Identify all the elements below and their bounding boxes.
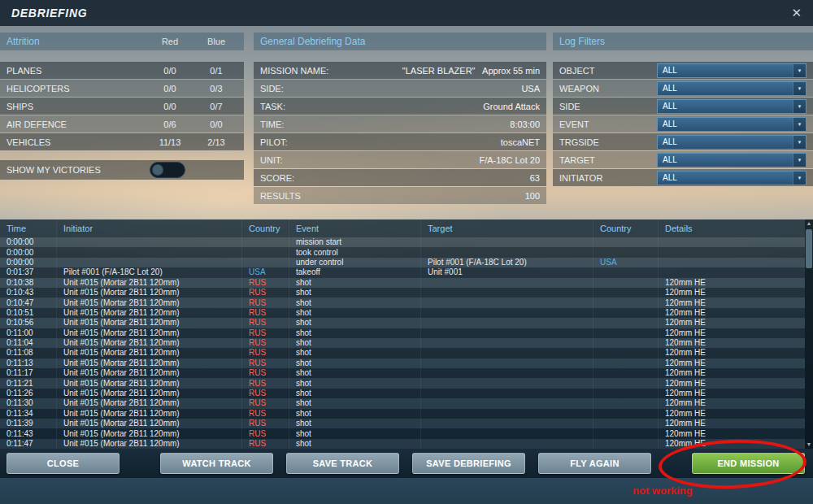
close-button[interactable]: CLOSE xyxy=(7,453,120,474)
log-row[interactable]: 0:11:30 Unit #015 (Mortar 2B11 120mm) RU… xyxy=(0,398,805,408)
chevron-down-icon: ▼ xyxy=(793,118,806,131)
log-cell-details: 120mm HE xyxy=(659,439,805,449)
save-track-button[interactable]: SAVE TRACK xyxy=(286,453,399,474)
scroll-up-icon[interactable]: ▲ xyxy=(806,219,812,228)
log-cell-target: Pilot #001 (F/A-18C Lot 20) xyxy=(421,258,593,267)
attrition-blue-value: 0/7 xyxy=(195,102,237,111)
general-data-panel: General Debriefing Data MISSION NAME: "L… xyxy=(254,33,546,205)
log-cell-initiator: Unit #015 (Mortar 2B11 120mm) xyxy=(57,308,242,318)
close-icon[interactable]: ✕ xyxy=(791,6,802,20)
log-cell-time: 0:11:47 xyxy=(0,439,57,449)
log-row[interactable]: 0:00:00 took control xyxy=(0,247,805,257)
scrollbar-thumb[interactable] xyxy=(806,229,812,268)
log-row[interactable]: 0:11:00 Unit #015 (Mortar 2B11 120mm) RU… xyxy=(0,328,805,338)
log-row[interactable]: 0:10:43 Unit #015 (Mortar 2B11 120mm) RU… xyxy=(0,288,805,298)
log-cell-initiator: Unit #015 (Mortar 2B11 120mm) xyxy=(57,348,242,358)
save-debriefing-button[interactable]: SAVE DEBRIEFING xyxy=(412,453,525,474)
general-row-label: TASK: xyxy=(260,102,483,111)
log-row[interactable]: 0:11:08 Unit #015 (Mortar 2B11 120mm) RU… xyxy=(0,348,805,358)
filter-dropdown[interactable]: ALL ▼ xyxy=(657,171,806,185)
attrition-row-label: HELICOPTERS xyxy=(7,84,145,93)
general-row-value: 100 xyxy=(525,191,540,201)
attrition-red-value: 0/6 xyxy=(145,119,195,129)
log-cell-initiator: Unit #015 (Mortar 2B11 120mm) xyxy=(57,298,242,307)
log-cell-country: RUS xyxy=(242,298,289,307)
filter-dropdown[interactable]: ALL ▼ xyxy=(657,63,806,78)
log-cell-time: 0:11:21 xyxy=(0,378,57,388)
log-row[interactable]: 0:00:00 mission start xyxy=(0,237,805,247)
log-cell-country: RUS xyxy=(242,378,289,388)
log-row[interactable]: 0:10:47 Unit #015 (Mortar 2B11 120mm) RU… xyxy=(0,298,805,307)
log-cell-country2 xyxy=(593,267,659,277)
watch-track-button[interactable]: WATCH TRACK xyxy=(160,453,273,474)
log-filter-row: TRGSIDE ALL ▼ xyxy=(553,133,813,150)
log-cell-country2 xyxy=(593,348,659,358)
attrition-row: AIR DEFENCE 0/6 0/0 xyxy=(0,115,244,133)
log-cell-details: 120mm HE xyxy=(659,419,805,428)
log-cell-details: 120mm HE xyxy=(659,389,805,398)
log-cell-time: 0:10:47 xyxy=(0,298,57,307)
log-cell-details: 120mm HE xyxy=(659,298,805,307)
attrition-row: SHIPS 0/0 0/7 xyxy=(0,98,244,115)
log-row[interactable]: 0:10:51 Unit #015 (Mortar 2B11 120mm) RU… xyxy=(0,308,805,318)
general-data-row: PILOT: toscaNET xyxy=(254,133,546,150)
log-cell-initiator xyxy=(57,237,242,247)
log-scrollbar[interactable]: ▲ ▼ xyxy=(805,219,813,449)
log-row[interactable]: 0:11:39 Unit #015 (Mortar 2B11 120mm) RU… xyxy=(0,419,805,428)
log-row[interactable]: 0:10:38 Unit #015 (Mortar 2B11 120mm) RU… xyxy=(0,278,805,288)
attrition-blue-value: 0/3 xyxy=(195,84,237,93)
filter-dropdown[interactable]: ALL ▼ xyxy=(657,81,806,96)
log-cell-time: 0:11:39 xyxy=(0,419,57,428)
filter-label: TRGSIDE xyxy=(559,137,599,147)
log-row[interactable]: 0:11:21 Unit #015 (Mortar 2B11 120mm) RU… xyxy=(0,378,805,388)
log-cell-details: 120mm HE xyxy=(659,368,805,378)
log-cell-country2 xyxy=(593,338,659,348)
filter-label: EVENT xyxy=(559,119,589,129)
log-row[interactable]: 0:11:43 Unit #015 (Mortar 2B11 120mm) RU… xyxy=(0,428,805,438)
general-row-value: 63 xyxy=(530,173,540,183)
log-row[interactable]: 0:11:26 Unit #015 (Mortar 2B11 120mm) RU… xyxy=(0,389,805,398)
log-cell-time: 0:10:43 xyxy=(0,288,57,298)
attrition-red-value: 0/0 xyxy=(145,102,195,111)
attrition-panel: Attrition Red Blue PLANES 0/0 0/1 HELICO… xyxy=(0,33,244,180)
log-row[interactable]: 0:11:47 Unit #015 (Mortar 2B11 120mm) RU… xyxy=(0,439,805,449)
scroll-down-icon[interactable]: ▼ xyxy=(806,441,812,449)
log-cell-time: 0:00:00 xyxy=(0,258,57,267)
log-table-header: Time Initiator Country Event Target Coun… xyxy=(0,219,805,237)
log-cell-event: shot xyxy=(289,318,421,328)
log-cell-event: shot xyxy=(289,368,421,378)
end-mission-button[interactable]: END MISSION xyxy=(692,453,805,474)
log-row[interactable]: 0:00:00 under control Pilot #001 (F/A-18… xyxy=(0,258,805,267)
log-row[interactable]: 0:11:04 Unit #015 (Mortar 2B11 120mm) RU… xyxy=(0,338,805,348)
log-cell-country xyxy=(242,247,289,257)
log-row[interactable]: 0:10:56 Unit #015 (Mortar 2B11 120mm) RU… xyxy=(0,318,805,328)
log-row[interactable]: 0:01:37 Pilot #001 (F/A-18C Lot 20) USA … xyxy=(0,267,805,277)
log-row[interactable]: 0:11:13 Unit #015 (Mortar 2B11 120mm) RU… xyxy=(0,358,805,368)
log-cell-country: RUS xyxy=(242,389,289,398)
log-filter-row: TARGET ALL ▼ xyxy=(553,151,813,168)
log-cell-initiator xyxy=(57,247,242,257)
log-cell-event: shot xyxy=(289,439,421,449)
log-cell-details: 120mm HE xyxy=(659,318,805,328)
log-cell-country: RUS xyxy=(242,348,289,358)
show-my-victories-toggle[interactable] xyxy=(150,162,185,178)
log-cell-details: 120mm HE xyxy=(659,278,805,288)
log-cell-time: 0:11:08 xyxy=(0,348,57,358)
log-cell-details: 120mm HE xyxy=(659,378,805,388)
general-data-row: TIME: 8:03:00 xyxy=(254,115,546,133)
log-cell-country2 xyxy=(593,398,659,408)
filter-label: OBJECT xyxy=(559,66,594,76)
log-cell-time: 0:00:00 xyxy=(0,237,57,247)
log-row[interactable]: 0:11:17 Unit #015 (Mortar 2B11 120mm) RU… xyxy=(0,368,805,378)
filter-dropdown[interactable]: ALL ▼ xyxy=(657,99,806,114)
general-data-row: TASK: Ground Attack xyxy=(254,98,546,115)
log-cell-country: RUS xyxy=(242,338,289,348)
fly-again-button[interactable]: FLY AGAIN xyxy=(538,453,651,474)
filter-dropdown[interactable]: ALL ▼ xyxy=(657,135,806,150)
log-cell-initiator: Unit #015 (Mortar 2B11 120mm) xyxy=(57,368,242,378)
filter-dropdown[interactable]: ALL ▼ xyxy=(657,153,806,167)
log-row[interactable]: 0:11:34 Unit #015 (Mortar 2B11 120mm) RU… xyxy=(0,409,805,419)
log-cell-initiator: Unit #015 (Mortar 2B11 120mm) xyxy=(57,338,242,348)
log-cell-time: 0:10:56 xyxy=(0,318,57,328)
filter-dropdown[interactable]: ALL ▼ xyxy=(657,117,806,132)
